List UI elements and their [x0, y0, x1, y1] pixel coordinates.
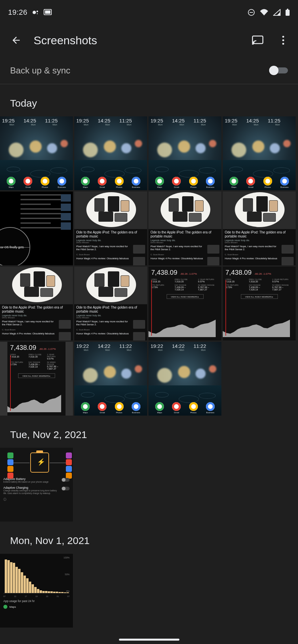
screenshot-thumb-article[interactable]: Ode to the Apple iPod: The golden era of… [223, 192, 296, 265]
section-header: Today [0, 84, 298, 116]
svg-point-12 [282, 39, 284, 41]
screenshot-thumb-home[interactable]: 19:25Mon14:25Mon11:25MonMapsGmailPhotosB… [223, 116, 296, 190]
screenshot-thumb-home[interactable]: 19:22Mon14:22Mon11:22MonMapsGmailPhotosB… [148, 342, 221, 416]
screenshot-thumb-magnifier[interactable]: Wear OS finally gets [0, 192, 73, 265]
more-menu-button[interactable] [275, 32, 291, 48]
thumbnail-grid: ⚡Adaptive BatteryExtend battery life bas… [0, 448, 298, 522]
thumbnail-grid: 19:25Mon14:25Mon11:25MonMapsGmailPhotosB… [0, 116, 298, 416]
backup-sync-toggle[interactable] [269, 65, 288, 76]
status-bar: 19:26 [0, 0, 298, 21]
battery-icon [285, 9, 290, 16]
svg-point-1 [36, 11, 38, 12]
svg-rect-7 [286, 10, 290, 16]
svg-point-10 [252, 43, 254, 45]
section-header: Mon, Nov 1, 2021 [0, 522, 298, 554]
assistant-icon [32, 9, 39, 16]
screenshot-thumb-home[interactable]: 19:25Mon14:25Mon11:25MonMapsGmailPhotosB… [74, 116, 147, 190]
screenshot-thumb-article[interactable]: Ode to the Apple iPod: The golden era of… [74, 267, 147, 340]
screenshot-thumb-home[interactable]: 19:22Mon14:22Mon11:22MonMapsGmailPhotosB… [74, 342, 147, 416]
dnd-icon [248, 9, 255, 16]
status-time: 19:26 [8, 8, 28, 17]
back-button[interactable] [8, 32, 24, 48]
screenshot-thumb-stocks[interactable]: 7,438.09-80.26 -1.07%OPEN7,518.35PREV CL… [0, 342, 73, 416]
svg-point-0 [33, 11, 36, 14]
screenshot-thumb-article[interactable]: Ode to the Apple iPod: The golden era of… [0, 267, 73, 340]
backup-sync-label: Back up & sync [10, 65, 70, 76]
svg-rect-4 [45, 10, 50, 14]
app-bar: Screenshots [0, 21, 298, 55]
backup-sync-row[interactable]: Back up & sync [0, 55, 298, 84]
screenshot-thumb-home[interactable]: 19:25Mon14:25Mon11:25MonMapsGmailPhotosB… [0, 116, 73, 190]
section-header: Tue, Nov 2, 2021 [0, 416, 298, 448]
screenshot-thumb-article[interactable]: Ode to the Apple iPod: The golden era of… [74, 192, 147, 265]
screenshot-thumb-app-usage[interactable]: 100%50%0%07121719220107App usage for pas… [0, 554, 73, 628]
screenshot-thumb-stocks[interactable]: 7,438.09-80.26 -1.07%OPEN7,518.35PREV CL… [223, 267, 296, 340]
cell-icon [273, 9, 281, 16]
cast-small-icon [44, 9, 52, 16]
svg-rect-6 [250, 12, 253, 13]
screenshot-thumb-battery-settings[interactable]: ⚡Adaptive BatteryExtend battery life bas… [0, 448, 73, 522]
screenshot-thumb-home[interactable]: 19:25Mon14:25Mon11:25MonMapsGmailPhotosB… [148, 116, 221, 190]
svg-point-2 [37, 13, 38, 14]
screenshot-thumb-stocks[interactable]: 7,438.09-80.26 -1.07%OPEN7,518.35PREV CL… [148, 267, 221, 340]
page-title: Screenshots [34, 34, 240, 47]
screenshot-thumb-article[interactable]: Ode to the Apple iPod: The golden era of… [148, 192, 221, 265]
gesture-nav-handle[interactable] [119, 639, 179, 641]
svg-point-13 [282, 43, 284, 45]
thumbnail-grid: 100%50%0%07121719220107App usage for pas… [0, 554, 298, 628]
wifi-icon [260, 9, 268, 16]
svg-point-11 [282, 36, 284, 38]
cast-button[interactable] [250, 32, 266, 48]
svg-rect-8 [287, 9, 288, 10]
